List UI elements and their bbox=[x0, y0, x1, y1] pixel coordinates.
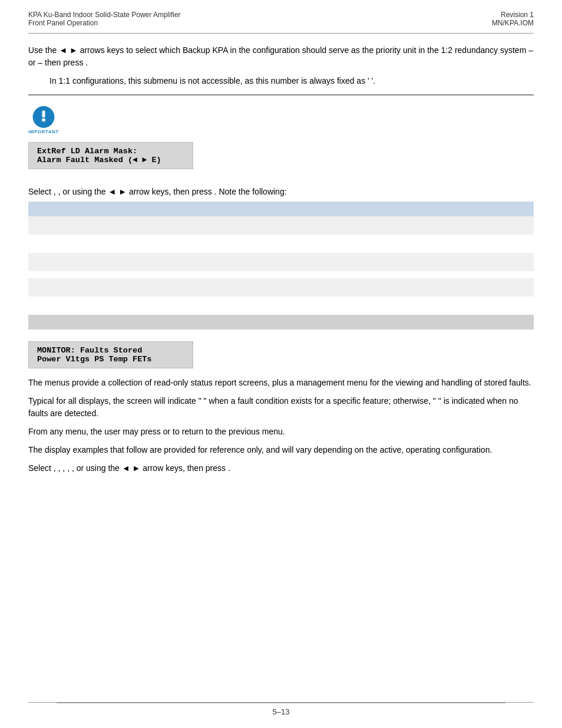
table-cell-right bbox=[146, 278, 534, 297]
table-cell-left bbox=[28, 278, 146, 297]
monitor-section: MONITOR: Faults Stored Power Vltgs PS Te… bbox=[28, 341, 534, 475]
svg-point-2 bbox=[42, 118, 45, 122]
table-section bbox=[28, 202, 534, 330]
table-cell-left bbox=[28, 253, 146, 271]
header-subtitle: Front Panel Operation bbox=[28, 19, 181, 27]
table-cell-left bbox=[28, 297, 146, 315]
table-row bbox=[28, 235, 534, 253]
header-revision: Revision 1 bbox=[501, 11, 534, 19]
code-box-line2: Alarm Fault Masked (◄ ► E) bbox=[37, 156, 184, 164]
page-container: KPA Ku-Band Indoor Solid-State Power Amp… bbox=[0, 0, 562, 728]
header-doc-number: MN/KPA.IOM bbox=[492, 19, 534, 27]
page-header: KPA Ku-Band Indoor Solid-State Power Amp… bbox=[0, 0, 562, 33]
header-right: Revision 1 MN/KPA.IOM bbox=[492, 11, 534, 27]
important-icon-wrap: IMPORTANT bbox=[28, 106, 59, 139]
table-row bbox=[28, 216, 534, 235]
table-row bbox=[28, 297, 534, 315]
header-left: KPA Ku-Band Indoor Solid-State Power Amp… bbox=[28, 11, 181, 27]
select-line: Select , , or using the ◄ ► arrow keys, … bbox=[28, 186, 534, 198]
bottom-rule bbox=[28, 702, 534, 703]
table-row bbox=[28, 278, 534, 297]
important-section: IMPORTANT ExtRef LD Alarm Mask: Alarm Fa… bbox=[28, 106, 534, 177]
indented-paragraph: In 1:1 configurations, this submenu is n… bbox=[49, 75, 534, 87]
monitor-select: Select , , , , , or using the ◄ ► arrow … bbox=[28, 462, 534, 475]
svg-text:IMPORTANT: IMPORTANT bbox=[28, 129, 59, 134]
top-paragraph: Use the ◄ ► arrows keys to select which … bbox=[28, 44, 534, 69]
alarm-table bbox=[28, 202, 534, 330]
monitor-code-line2: Power Vltgs PS Temp FETs bbox=[37, 355, 184, 364]
table-cell-right bbox=[146, 297, 534, 315]
monitor-para4: The display examples that follow are pro… bbox=[28, 444, 534, 456]
table-cell-left bbox=[28, 235, 146, 253]
monitor-para1: The menus provide a collection of read-o… bbox=[28, 377, 534, 389]
table-row bbox=[28, 253, 534, 271]
table-cell-right bbox=[146, 216, 534, 235]
monitor-para3: From any menu, the user may press or to … bbox=[28, 426, 534, 438]
spacer-cell bbox=[28, 271, 534, 278]
monitor-code-line1: MONITOR: Faults Stored bbox=[37, 346, 184, 355]
page-number: 5–13 bbox=[273, 707, 290, 716]
code-box-line1: ExtRef LD Alarm Mask: bbox=[37, 147, 184, 156]
table-cell-left bbox=[28, 216, 146, 235]
table-header-col2 bbox=[146, 202, 534, 216]
table-cell-right bbox=[146, 235, 534, 253]
table-cell-right bbox=[146, 253, 534, 271]
main-content: Use the ◄ ► arrows keys to select which … bbox=[0, 34, 562, 475]
table-footer-col2 bbox=[146, 315, 534, 330]
code-box-extref: ExtRef LD Alarm Mask: Alarm Fault Masked… bbox=[28, 142, 193, 169]
monitor-para2: Typical for all displays, the screen wil… bbox=[28, 395, 534, 420]
code-box-monitor: MONITOR: Faults Stored Power Vltgs PS Te… bbox=[28, 341, 193, 368]
section-divider bbox=[28, 94, 534, 95]
important-icon: IMPORTANT bbox=[28, 106, 59, 137]
table-header-row bbox=[28, 202, 534, 216]
page-footer: 5–13 bbox=[0, 707, 562, 716]
table-footer-col1 bbox=[28, 315, 146, 330]
table-header-col1 bbox=[28, 202, 146, 216]
header-title: KPA Ku-Band Indoor Solid-State Power Amp… bbox=[28, 11, 181, 19]
table-footer-row bbox=[28, 315, 534, 330]
table-spacer bbox=[28, 271, 534, 278]
svg-rect-1 bbox=[42, 111, 45, 118]
